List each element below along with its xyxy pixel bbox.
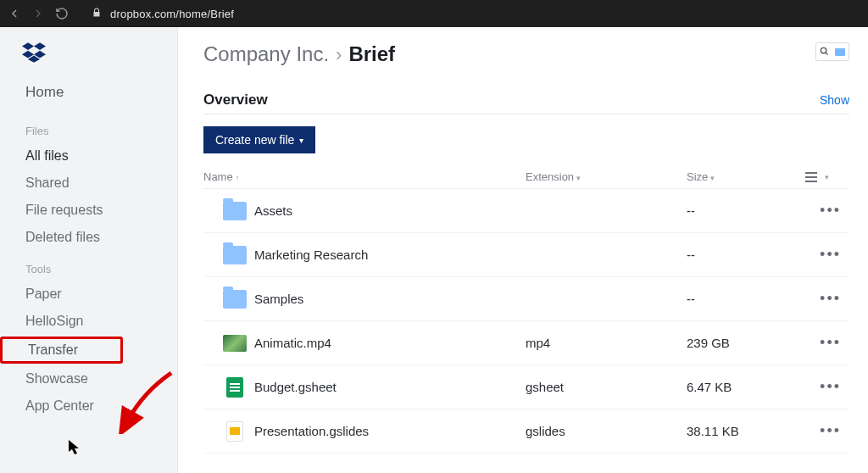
breadcrumb-parent[interactable]: Company Inc.: [203, 42, 329, 66]
back-button[interactable]: [7, 6, 22, 21]
sidebar-section-tools: Tools: [0, 251, 177, 281]
cursor-icon: [68, 439, 81, 460]
file-size: --: [687, 248, 805, 262]
svg-point-0: [821, 47, 826, 53]
file-size: 239 GB: [687, 336, 805, 350]
table-row[interactable]: Budget.gsheetgsheet6.47 KB•••: [203, 365, 849, 409]
list-view-icon: [805, 172, 817, 182]
breadcrumb-separator: ›: [336, 44, 342, 66]
table-header: Name↑ Extension▾ Size▾ ▾: [203, 165, 849, 189]
breadcrumb-current: Brief: [348, 42, 395, 66]
browser-chrome: dropbox.com/home/Brief: [0, 0, 868, 27]
sidebar-item-app-center[interactable]: App Center: [0, 392, 177, 420]
sidebar-item-paper[interactable]: Paper: [0, 281, 177, 308]
slides-icon: [226, 421, 243, 442]
file-extension: mp4: [526, 336, 687, 350]
search-icon: [820, 47, 829, 58]
sidebar-home[interactable]: Home: [0, 78, 177, 113]
show-link[interactable]: Show: [820, 93, 849, 107]
sort-asc-icon: ↑: [236, 174, 240, 182]
row-actions-button[interactable]: •••: [805, 422, 849, 440]
sidebar-item-hellosign[interactable]: HelloSign: [0, 308, 177, 335]
sidebar-item-file-requests[interactable]: File requests: [0, 197, 177, 224]
sidebar-section-files: Files: [0, 113, 177, 142]
row-actions-button[interactable]: •••: [805, 246, 849, 264]
col-header-size[interactable]: Size▾: [687, 170, 805, 183]
file-size: 6.47 KB: [687, 380, 805, 394]
file-extension: gsheet: [526, 380, 687, 394]
file-size: --: [687, 203, 805, 218]
col-header-extension[interactable]: Extension▾: [526, 170, 687, 183]
col-header-name[interactable]: Name↑: [203, 170, 526, 183]
file-name: Presentation.gslides: [254, 424, 526, 438]
reload-button[interactable]: [54, 6, 70, 21]
search-panel[interactable]: [815, 42, 849, 61]
sidebar-item-deleted-files[interactable]: Deleted files: [0, 224, 177, 251]
file-name: Assets: [254, 203, 526, 218]
table-row[interactable]: Marketing Research--•••: [203, 233, 849, 277]
folder-icon: [223, 246, 247, 264]
url-text[interactable]: dropbox.com/home/Brief: [110, 8, 234, 20]
folder-icon: [223, 290, 247, 309]
row-actions-button[interactable]: •••: [805, 290, 849, 308]
file-name: Marketing Research: [254, 248, 526, 262]
chevron-down-icon: ▾: [576, 174, 581, 182]
table-row[interactable]: Presentation.gslidesgslides38.11 KB•••: [203, 409, 849, 454]
sidebar: Home Files All files Shared File request…: [0, 27, 178, 473]
overview-heading: Overview: [203, 92, 268, 109]
file-name: Budget.gsheet: [254, 380, 526, 394]
table-row[interactable]: Assets--•••: [203, 189, 849, 233]
table-row[interactable]: Animatic.mp4mp4239 GB•••: [203, 321, 849, 365]
row-actions-button[interactable]: •••: [805, 378, 849, 396]
dropbox-logo[interactable]: [0, 42, 177, 78]
file-name: Animatic.mp4: [254, 336, 526, 350]
file-extension: gslides: [526, 424, 687, 438]
folder-filter-icon: [835, 48, 845, 56]
chevron-down-icon: ▾: [710, 174, 715, 182]
create-button-label: Create new file: [215, 133, 294, 147]
spreadsheet-icon: [226, 377, 243, 398]
file-name: Samples: [254, 292, 526, 306]
lock-icon: [92, 8, 102, 20]
sidebar-item-showcase[interactable]: Showcase: [0, 365, 177, 392]
sidebar-item-all-files[interactable]: All files: [0, 142, 177, 170]
breadcrumb: Company Inc. › Brief: [203, 42, 849, 66]
sidebar-item-transfer[interactable]: Transfer: [0, 337, 123, 364]
file-size: --: [687, 292, 805, 306]
view-options[interactable]: ▾: [805, 172, 849, 182]
video-thumbnail-icon: [223, 335, 247, 352]
row-actions-button[interactable]: •••: [805, 202, 849, 220]
create-new-file-button[interactable]: Create new file ▾: [203, 126, 315, 153]
table-row[interactable]: Samples--•••: [203, 277, 849, 321]
chevron-down-icon: ▾: [299, 136, 303, 145]
folder-icon: [223, 202, 247, 220]
main-content: Company Inc. › Brief Overview Show Creat…: [178, 27, 868, 473]
forward-button[interactable]: [31, 6, 46, 21]
file-size: 38.11 KB: [687, 424, 805, 438]
chevron-down-icon: ▾: [825, 173, 829, 181]
row-actions-button[interactable]: •••: [805, 334, 849, 352]
sidebar-item-shared[interactable]: Shared: [0, 170, 177, 197]
